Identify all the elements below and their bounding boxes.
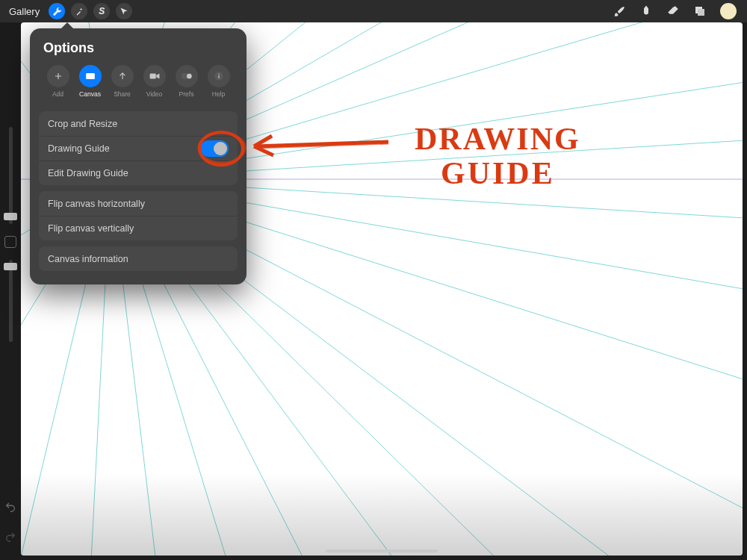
tab-help-label: Help: [212, 90, 225, 98]
tab-share-label: Share: [114, 90, 131, 98]
redo-icon: [4, 531, 16, 543]
svg-rect-26: [149, 74, 155, 79]
video-icon: [149, 72, 160, 81]
smudge-tool[interactable]: [639, 4, 653, 18]
left-sidebar: [0, 22, 21, 560]
share-up-icon: [117, 71, 128, 81]
eraser-icon: [666, 4, 680, 18]
group-guide: Crop and Resize Drawing Guide Edit Drawi…: [39, 111, 238, 185]
group-flip: Flip canvas horizontally Flip canvas ver…: [39, 191, 238, 240]
info-icon: [214, 71, 224, 81]
popover-tab-row: Add Canvas Share Video Prefs Help: [39, 65, 238, 105]
tab-video[interactable]: Video: [138, 65, 170, 98]
tab-add-label: Add: [52, 90, 63, 98]
row-canvas-info[interactable]: Canvas information: [39, 246, 238, 271]
redo-button[interactable]: [4, 530, 17, 544]
home-indicator: [326, 550, 438, 553]
tab-video-label: Video: [146, 90, 163, 98]
tab-share[interactable]: Share: [106, 65, 138, 98]
row-drawing-guide[interactable]: Drawing Guide: [39, 136, 238, 161]
actions-popover: Options Add Canvas Share Video Prefs Hel…: [30, 28, 247, 284]
tab-prefs[interactable]: Prefs: [170, 65, 202, 98]
undo-button[interactable]: [4, 500, 17, 514]
row-guide-label: Drawing Guide: [48, 143, 110, 154]
transform-button[interactable]: [116, 3, 132, 19]
tab-add[interactable]: Add: [42, 65, 74, 98]
row-edit-label: Edit Drawing Guide: [48, 168, 128, 178]
brush-size-slider[interactable]: [9, 127, 13, 224]
brush-size-thumb[interactable]: [4, 213, 17, 220]
svg-rect-30: [218, 75, 219, 78]
top-toolbar: Gallery S: [0, 0, 747, 22]
row-crop-resize[interactable]: Crop and Resize: [39, 111, 238, 136]
selection-button[interactable]: S: [93, 3, 110, 19]
tab-help[interactable]: Help: [202, 65, 235, 98]
tab-prefs-label: Prefs: [179, 90, 194, 98]
color-picker[interactable]: [720, 3, 737, 19]
opacity-slider[interactable]: [9, 260, 13, 342]
smudge-icon: [639, 4, 653, 18]
layers-icon: [693, 4, 707, 18]
opacity-thumb[interactable]: [4, 263, 17, 270]
gallery-button[interactable]: Gallery: [6, 6, 43, 17]
toolbar-left: Gallery S: [6, 3, 132, 19]
layers-button[interactable]: [693, 4, 707, 18]
row-flip-v[interactable]: Flip canvas vertically: [39, 216, 238, 240]
arrow-cursor-icon: [120, 7, 128, 16]
row-crop-label: Crop and Resize: [48, 119, 117, 129]
row-flip-h-label: Flip canvas horizontally: [48, 199, 145, 209]
actions-button[interactable]: [49, 3, 65, 19]
brush-icon: [613, 4, 626, 18]
drawing-guide-toggle[interactable]: [200, 140, 229, 157]
undo-icon: [4, 501, 16, 513]
tab-canvas-label: Canvas: [79, 90, 101, 98]
canvas-icon: [85, 72, 96, 81]
popover-title: Options: [39, 39, 238, 65]
modify-button[interactable]: [4, 236, 16, 248]
toggle-knob: [214, 142, 227, 155]
eraser-tool[interactable]: [666, 4, 680, 18]
row-flip-v-label: Flip canvas vertically: [48, 223, 134, 234]
svg-rect-25: [86, 73, 95, 79]
svg-point-28: [187, 74, 192, 79]
plus-icon: [53, 71, 63, 81]
row-edit-guide[interactable]: Edit Drawing Guide: [39, 161, 238, 185]
row-info-label: Canvas information: [48, 254, 128, 264]
row-flip-h[interactable]: Flip canvas horizontally: [39, 191, 238, 216]
svg-rect-31: [218, 74, 219, 75]
wand-icon: [75, 7, 84, 16]
group-info: Canvas information: [39, 246, 238, 271]
toolbar-right: [613, 3, 741, 19]
brush-tool[interactable]: [613, 4, 626, 18]
tab-canvas[interactable]: Canvas: [74, 65, 106, 98]
toggle-mini-icon: [181, 72, 193, 80]
adjustments-button[interactable]: [71, 3, 87, 19]
wrench-icon: [52, 7, 62, 16]
